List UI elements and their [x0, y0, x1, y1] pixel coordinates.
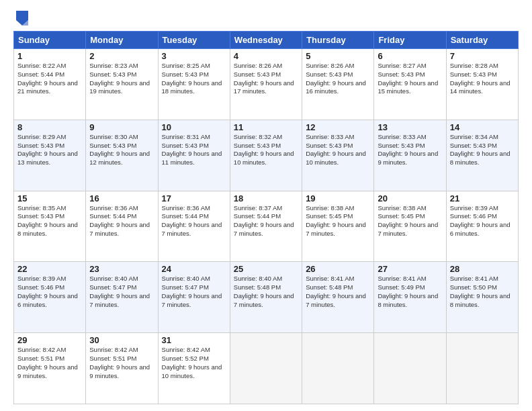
calendar-cell: 22Sunrise: 8:39 AMSunset: 5:46 PMDayligh… — [14, 262, 86, 333]
day-info: Sunrise: 8:40 AMSunset: 5:48 PMDaylight:… — [234, 275, 298, 309]
calendar-cell — [302, 333, 374, 404]
day-info: Sunrise: 8:27 AMSunset: 5:43 PMDaylight:… — [378, 62, 442, 96]
day-info: Sunrise: 8:37 AMSunset: 5:44 PMDaylight:… — [234, 204, 298, 238]
calendar-cell: 6Sunrise: 8:27 AMSunset: 5:43 PMDaylight… — [374, 49, 446, 120]
calendar-cell: 19Sunrise: 8:38 AMSunset: 5:45 PMDayligh… — [302, 191, 374, 262]
day-number: 29 — [17, 335, 82, 345]
day-number: 6 — [378, 51, 442, 61]
day-number: 10 — [162, 122, 226, 132]
calendar-cell: 10Sunrise: 8:31 AMSunset: 5:43 PMDayligh… — [158, 120, 230, 191]
calendar-cell: 26Sunrise: 8:41 AMSunset: 5:48 PMDayligh… — [302, 262, 374, 333]
day-number: 16 — [89, 193, 154, 203]
day-number: 25 — [234, 264, 298, 274]
calendar-cell: 25Sunrise: 8:40 AMSunset: 5:48 PMDayligh… — [230, 262, 302, 333]
calendar-row: 8Sunrise: 8:29 AMSunset: 5:43 PMDaylight… — [14, 120, 519, 191]
calendar-cell: 1Sunrise: 8:22 AMSunset: 5:44 PMDaylight… — [14, 49, 86, 120]
day-info: Sunrise: 8:23 AMSunset: 5:43 PMDaylight:… — [89, 62, 154, 96]
day-info: Sunrise: 8:42 AMSunset: 5:52 PMDaylight:… — [162, 346, 226, 380]
calendar-cell: 4Sunrise: 8:26 AMSunset: 5:43 PMDaylight… — [230, 49, 302, 120]
calendar-row: 29Sunrise: 8:42 AMSunset: 5:51 PMDayligh… — [14, 333, 519, 404]
day-number: 8 — [17, 122, 82, 132]
day-info: Sunrise: 8:32 AMSunset: 5:43 PMDaylight:… — [234, 133, 298, 167]
day-number: 22 — [17, 264, 82, 274]
day-number: 30 — [89, 335, 154, 345]
day-info: Sunrise: 8:22 AMSunset: 5:44 PMDaylight:… — [17, 62, 82, 96]
day-info: Sunrise: 8:31 AMSunset: 5:43 PMDaylight:… — [162, 133, 226, 167]
day-number: 19 — [306, 193, 370, 203]
calendar-header-tuesday: Tuesday — [158, 32, 230, 49]
calendar-cell: 13Sunrise: 8:33 AMSunset: 5:43 PMDayligh… — [374, 120, 446, 191]
calendar-row: 22Sunrise: 8:39 AMSunset: 5:46 PMDayligh… — [14, 262, 519, 333]
calendar-cell: 18Sunrise: 8:37 AMSunset: 5:44 PMDayligh… — [230, 191, 302, 262]
calendar-cell: 27Sunrise: 8:41 AMSunset: 5:49 PMDayligh… — [374, 262, 446, 333]
day-info: Sunrise: 8:41 AMSunset: 5:49 PMDaylight:… — [378, 275, 442, 309]
calendar-cell: 7Sunrise: 8:28 AMSunset: 5:43 PMDaylight… — [446, 49, 518, 120]
day-number: 26 — [306, 264, 370, 274]
day-info: Sunrise: 8:26 AMSunset: 5:43 PMDaylight:… — [306, 62, 370, 96]
calendar-cell: 29Sunrise: 8:42 AMSunset: 5:51 PMDayligh… — [14, 333, 86, 404]
day-info: Sunrise: 8:28 AMSunset: 5:43 PMDaylight:… — [450, 62, 515, 96]
calendar-cell: 2Sunrise: 8:23 AMSunset: 5:43 PMDaylight… — [86, 49, 158, 120]
calendar-header-row: SundayMondayTuesdayWednesdayThursdayFrid… — [14, 32, 519, 49]
day-number: 27 — [378, 264, 442, 274]
day-info: Sunrise: 8:38 AMSunset: 5:45 PMDaylight:… — [378, 204, 442, 238]
day-info: Sunrise: 8:36 AMSunset: 5:44 PMDaylight:… — [89, 204, 154, 238]
calendar-cell — [230, 333, 302, 404]
calendar-cell: 23Sunrise: 8:40 AMSunset: 5:47 PMDayligh… — [86, 262, 158, 333]
calendar-header-wednesday: Wednesday — [230, 32, 302, 49]
day-info: Sunrise: 8:33 AMSunset: 5:43 PMDaylight:… — [378, 133, 442, 167]
calendar-cell: 30Sunrise: 8:42 AMSunset: 5:51 PMDayligh… — [86, 333, 158, 404]
day-info: Sunrise: 8:25 AMSunset: 5:43 PMDaylight:… — [162, 62, 226, 96]
calendar-cell: 5Sunrise: 8:26 AMSunset: 5:43 PMDaylight… — [302, 49, 374, 120]
calendar-cell: 9Sunrise: 8:30 AMSunset: 5:43 PMDaylight… — [86, 120, 158, 191]
calendar-cell: 8Sunrise: 8:29 AMSunset: 5:43 PMDaylight… — [14, 120, 86, 191]
calendar-cell — [446, 333, 518, 404]
day-info: Sunrise: 8:29 AMSunset: 5:43 PMDaylight:… — [17, 133, 82, 167]
calendar-header-sunday: Sunday — [14, 32, 86, 49]
day-info: Sunrise: 8:33 AMSunset: 5:43 PMDaylight:… — [306, 133, 370, 167]
calendar-cell: 24Sunrise: 8:40 AMSunset: 5:47 PMDayligh… — [158, 262, 230, 333]
day-number: 28 — [450, 264, 515, 274]
calendar-header-monday: Monday — [86, 32, 158, 49]
day-info: Sunrise: 8:38 AMSunset: 5:45 PMDaylight:… — [306, 204, 370, 238]
day-number: 20 — [378, 193, 442, 203]
logo-icon — [16, 11, 28, 26]
day-info: Sunrise: 8:26 AMSunset: 5:43 PMDaylight:… — [234, 62, 298, 96]
calendar-cell: 28Sunrise: 8:41 AMSunset: 5:50 PMDayligh… — [446, 262, 518, 333]
day-number: 7 — [450, 51, 515, 61]
calendar-header-friday: Friday — [374, 32, 446, 49]
calendar-page: SundayMondayTuesdayWednesdayThursdayFrid… — [0, 0, 532, 411]
calendar-cell: 3Sunrise: 8:25 AMSunset: 5:43 PMDaylight… — [158, 49, 230, 120]
day-number: 3 — [162, 51, 226, 61]
calendar-row: 1Sunrise: 8:22 AMSunset: 5:44 PMDaylight… — [14, 49, 519, 120]
calendar-cell: 15Sunrise: 8:35 AMSunset: 5:43 PMDayligh… — [14, 191, 86, 262]
day-number: 11 — [234, 122, 298, 132]
day-number: 24 — [162, 264, 226, 274]
calendar-cell: 16Sunrise: 8:36 AMSunset: 5:44 PMDayligh… — [86, 191, 158, 262]
day-info: Sunrise: 8:41 AMSunset: 5:48 PMDaylight:… — [306, 275, 370, 309]
calendar-cell: 20Sunrise: 8:38 AMSunset: 5:45 PMDayligh… — [374, 191, 446, 262]
day-info: Sunrise: 8:39 AMSunset: 5:46 PMDaylight:… — [17, 275, 82, 309]
header — [13, 11, 519, 26]
day-info: Sunrise: 8:39 AMSunset: 5:46 PMDaylight:… — [450, 204, 515, 238]
day-number: 23 — [89, 264, 154, 274]
day-info: Sunrise: 8:40 AMSunset: 5:47 PMDaylight:… — [89, 275, 154, 309]
day-number: 18 — [234, 193, 298, 203]
day-number: 9 — [89, 122, 154, 132]
day-info: Sunrise: 8:34 AMSunset: 5:43 PMDaylight:… — [450, 133, 515, 167]
calendar-cell: 17Sunrise: 8:36 AMSunset: 5:44 PMDayligh… — [158, 191, 230, 262]
day-number: 13 — [378, 122, 442, 132]
logo — [13, 11, 28, 26]
day-number: 1 — [17, 51, 82, 61]
day-info: Sunrise: 8:42 AMSunset: 5:51 PMDaylight:… — [89, 346, 154, 380]
day-info: Sunrise: 8:35 AMSunset: 5:43 PMDaylight:… — [17, 204, 82, 238]
calendar-body: 1Sunrise: 8:22 AMSunset: 5:44 PMDaylight… — [14, 49, 519, 404]
calendar-header-saturday: Saturday — [446, 32, 518, 49]
calendar-cell: 11Sunrise: 8:32 AMSunset: 5:43 PMDayligh… — [230, 120, 302, 191]
day-number: 4 — [234, 51, 298, 61]
day-number: 21 — [450, 193, 515, 203]
calendar-cell — [374, 333, 446, 404]
calendar-cell: 14Sunrise: 8:34 AMSunset: 5:43 PMDayligh… — [446, 120, 518, 191]
day-number: 14 — [450, 122, 515, 132]
day-number: 17 — [162, 193, 226, 203]
